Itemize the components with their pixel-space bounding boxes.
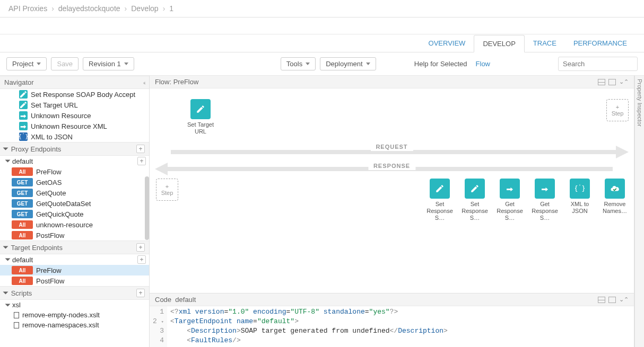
- verb-badge: GET: [12, 178, 33, 186]
- script-label: remove-namespaces.xslt: [22, 321, 99, 329]
- policy-icon: { }: [19, 132, 28, 141]
- target-endpoint-group[interactable]: default +: [0, 254, 149, 265]
- policy-item[interactable]: Unknown Resource XML: [0, 121, 149, 131]
- flow-step[interactable]: Get Response S…: [531, 179, 559, 222]
- add-flow-button[interactable]: +: [137, 255, 146, 264]
- breadcrumb-section[interactable]: Develop: [131, 4, 158, 13]
- flow-link[interactable]: Flow: [476, 60, 490, 68]
- full-view-icon[interactable]: [608, 79, 616, 85]
- main: Navigator ‹‹ Set Response SOAP Body Acce…: [0, 76, 644, 347]
- code-line[interactable]: <FaultRules/>: [170, 336, 448, 345]
- flow-label: PreFlow: [36, 168, 62, 176]
- project-dropdown[interactable]: Project: [6, 57, 47, 70]
- proxy-endpoints-header[interactable]: Proxy Endpoints +: [0, 142, 149, 156]
- split-view-icon[interactable]: [598, 79, 605, 85]
- revision-dropdown[interactable]: Revision 1: [83, 57, 134, 70]
- flow-step[interactable]: Set Response S…: [461, 179, 489, 222]
- add-flow-button[interactable]: +: [137, 157, 146, 165]
- flow-label: GetQuoteDataSet: [36, 200, 91, 208]
- split-view-icon[interactable]: [598, 297, 605, 303]
- caret-down-icon: [124, 63, 128, 65]
- breadcrumb-proxy[interactable]: delayedstockquote: [58, 4, 120, 13]
- add-step-button[interactable]: +Step: [606, 99, 629, 121]
- scripts-group[interactable]: xsl: [0, 300, 149, 310]
- line-number: 3: [153, 326, 164, 336]
- flow-label: PostFlow: [36, 277, 64, 285]
- script-item[interactable]: remove-empty-nodes.xslt: [0, 310, 149, 320]
- target-flow-item[interactable]: AllPostFlow: [0, 275, 149, 286]
- code-editor[interactable]: 1 2 ▾3 4 5 ▾ <?xml version="1.0" encodin…: [150, 306, 634, 347]
- proxy-flow-item[interactable]: AllPostFlow: [0, 230, 149, 241]
- help-label: Help for Selected: [414, 60, 467, 68]
- add-script-button[interactable]: +: [136, 289, 145, 297]
- proxy-flow-item[interactable]: GETGetQuoteDataSet: [0, 198, 149, 209]
- proxy-flow-item[interactable]: Allunknown-resource: [0, 219, 149, 230]
- response-label: RESPONSE: [368, 162, 415, 170]
- collapse-icon[interactable]: ‹‹: [143, 79, 145, 86]
- scripts-header[interactable]: Scripts +: [0, 286, 149, 300]
- add-target-endpoint-button[interactable]: +: [136, 243, 145, 252]
- proxy-flow-item[interactable]: AllPreFlow: [0, 166, 149, 177]
- flow-label: PostFlow: [36, 232, 64, 239]
- proxy-endpoint-group[interactable]: default +: [0, 156, 149, 166]
- code-line[interactable]: <TargetEndpoint name="default">: [170, 317, 448, 326]
- tab-performance[interactable]: PERFORMANCE: [565, 35, 636, 51]
- property-inspector[interactable]: Property Inspector: [634, 76, 644, 347]
- step-label: Set Target URL: [187, 121, 214, 135]
- policy-label: Unknown Resource: [31, 112, 91, 120]
- verb-badge: All: [12, 266, 33, 274]
- chevron-down-icon: [5, 304, 11, 306]
- save-button: Save: [51, 57, 79, 70]
- flow-canvas[interactable]: Set Target URL +Step REQUEST RESPONSE +S…: [150, 88, 634, 293]
- script-item[interactable]: remove-namespaces.xslt: [0, 320, 149, 330]
- policy-item[interactable]: Set Target URL: [0, 100, 149, 110]
- verb-badge: All: [12, 277, 33, 285]
- chevron-icon[interactable]: ⌄⌃: [619, 296, 629, 303]
- breadcrumb: API Proxies › delayedstockquote › Develo…: [0, 0, 644, 17]
- search-input[interactable]: [558, 57, 638, 71]
- line-number: 2 ▾: [153, 317, 164, 326]
- flow-step[interactable]: Set Response S…: [426, 179, 454, 222]
- flow-step[interactable]: Set Target URL: [187, 99, 214, 135]
- proxy-flow-item[interactable]: GETGetOAS: [0, 177, 149, 188]
- breadcrumb-sep: ›: [125, 4, 127, 13]
- code-header: Code default ⌄⌃: [150, 293, 634, 306]
- breadcrumb-root[interactable]: API Proxies: [8, 4, 47, 13]
- spacer: [0, 17, 644, 34]
- proxy-flow-item[interactable]: GETGetQuickQuote: [0, 209, 149, 219]
- flow-step[interactable]: Get Response S…: [496, 179, 524, 222]
- policy-item[interactable]: Unknown Resource: [0, 110, 149, 121]
- canvas-area: Flow: PreFlow ⌄⌃ Set Target URL +Step RE…: [150, 76, 634, 347]
- scrollbar-thumb[interactable]: [145, 176, 149, 240]
- code-line[interactable]: <Description>SOAP target generated from …: [170, 326, 448, 336]
- tools-dropdown[interactable]: Tools: [281, 57, 316, 70]
- deployment-dropdown[interactable]: Deployment: [320, 57, 376, 70]
- tab-develop[interactable]: DEVELOP: [474, 35, 524, 52]
- tab-overview[interactable]: OVERVIEW: [420, 35, 474, 51]
- tab-trace[interactable]: TRACE: [525, 35, 565, 51]
- add-step-button[interactable]: +Step: [156, 179, 178, 201]
- flow-step[interactable]: { }XML to JSON: [566, 179, 594, 222]
- step-icon: [605, 179, 625, 199]
- policy-item[interactable]: Set Response SOAP Body Accept: [0, 89, 149, 100]
- chevron-icon[interactable]: ⌄⌃: [619, 78, 629, 85]
- target-endpoints-header[interactable]: Target Endpoints +: [0, 241, 149, 254]
- caret-down-icon: [366, 63, 370, 65]
- policy-icon: [19, 101, 28, 109]
- full-view-icon[interactable]: [608, 297, 616, 303]
- policy-icon: [19, 90, 28, 99]
- step-icon: [500, 179, 520, 199]
- policy-item[interactable]: { }XML to JSON: [0, 131, 149, 142]
- verb-badge: GET: [12, 189, 33, 197]
- code-line[interactable]: <?xml version="1.0" encoding="UTF-8" sta…: [170, 307, 448, 317]
- add-proxy-endpoint-button[interactable]: +: [136, 145, 145, 153]
- flow-step[interactable]: Remove Names…: [601, 179, 629, 222]
- proxy-flow-item[interactable]: GETGetQuote: [0, 188, 149, 198]
- breadcrumb-sep: ›: [163, 4, 166, 13]
- step-label: Get Response S…: [496, 201, 524, 222]
- step-label: Set Response S…: [461, 201, 489, 222]
- step-label: Remove Names…: [601, 201, 629, 215]
- target-flow-item[interactable]: AllPreFlow: [0, 265, 149, 275]
- verb-badge: All: [12, 167, 33, 176]
- caret-down-icon: [306, 63, 310, 65]
